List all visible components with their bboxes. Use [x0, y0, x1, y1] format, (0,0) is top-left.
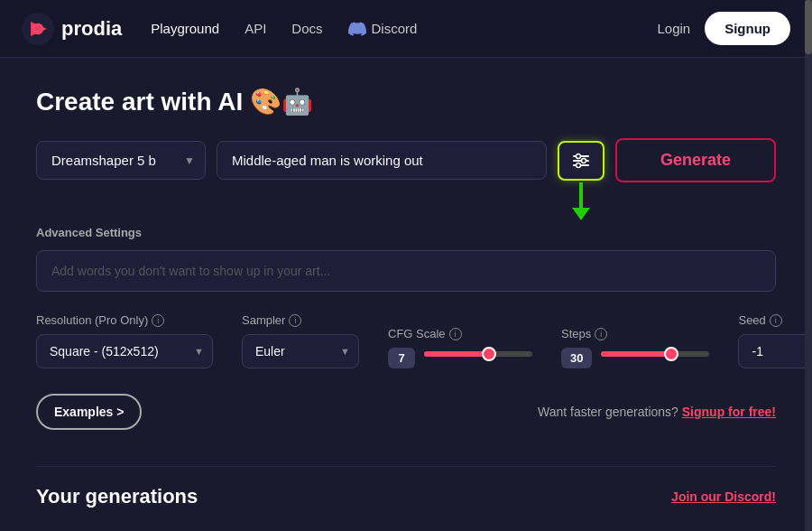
sampler-info-icon[interactable]: i [289, 314, 301, 327]
steps-info-icon[interactable]: i [595, 328, 607, 340]
prodia-logo-icon [22, 13, 54, 45]
steps-group: Steps i 30 [561, 327, 709, 368]
logo[interactable]: prodia [22, 13, 122, 45]
filter-arrow-annotation [572, 182, 590, 220]
generations-title: Your generations [36, 485, 198, 508]
hero-title: Create art with AI 🎨🤖 [36, 87, 776, 116]
nav-discord-label: Discord [372, 21, 418, 36]
resolution-select-wrapper: Square - (512x512) Portrait - (512x768) … [36, 334, 213, 368]
generations-header: Your generations Join our Discord! [36, 466, 776, 508]
seed-input[interactable] [738, 334, 812, 368]
top-row: Dreamshaper 5 b Dreamshaper 6 Stable Dif… [36, 138, 776, 182]
filter-button[interactable] [558, 141, 604, 181]
cfg-info-icon[interactable]: i [449, 328, 462, 340]
faster-text: Want faster generations? Signup for free… [538, 405, 776, 419]
seed-info-icon[interactable]: i [770, 314, 782, 327]
svg-point-7 [581, 158, 586, 163]
examples-button[interactable]: Examples > [36, 394, 142, 430]
cfg-slider-wrapper[interactable] [424, 351, 532, 366]
faster-signup-link[interactable]: Signup for free! [682, 405, 776, 419]
nav-auth: Login Signup [657, 12, 790, 45]
settings-row: Resolution (Pro Only) i Square - (512x51… [36, 313, 776, 368]
model-select[interactable]: Dreamshaper 5 b Dreamshaper 6 Stable Dif… [36, 141, 206, 180]
negative-prompt-input[interactable] [36, 250, 776, 292]
resolution-label: Resolution (Pro Only) i [36, 313, 213, 327]
resolution-select[interactable]: Square - (512x512) Portrait - (512x768) … [36, 334, 213, 368]
steps-slider-wrapper[interactable] [601, 351, 709, 366]
sliders-icon [572, 152, 590, 170]
resolution-info-icon[interactable]: i [152, 314, 164, 327]
resolution-group: Resolution (Pro Only) i Square - (512x51… [36, 313, 213, 368]
steps-label: Steps i [561, 327, 709, 340]
nav-docs[interactable]: Docs [291, 21, 322, 36]
nav-api[interactable]: API [245, 21, 266, 36]
discord-icon [348, 20, 366, 38]
cfg-slider-thumb [482, 347, 496, 361]
seed-group: Seed i [738, 313, 812, 368]
cfg-scale-group: CFG Scale i 7 [388, 327, 532, 368]
cfg-value-badge: 7 [388, 348, 415, 368]
bottom-row: Examples > Want faster generations? Sign… [36, 394, 776, 430]
nav-links: Playground API Docs Discord [151, 20, 657, 38]
cfg-slider-track [424, 351, 532, 357]
filter-button-wrapper [558, 141, 604, 181]
sampler-select[interactable]: Euler Euler a DPM++ [242, 334, 359, 368]
prompt-input[interactable] [217, 141, 547, 180]
nav-playground[interactable]: Playground [151, 21, 219, 36]
cfg-scale-label: CFG Scale i [388, 327, 532, 340]
advanced-settings-label: Advanced Settings [36, 226, 776, 239]
sampler-group: Sampler i Euler Euler a DPM++ ▼ [242, 313, 359, 368]
generate-button[interactable]: Generate [615, 138, 776, 182]
steps-slider-row: 30 [561, 348, 709, 368]
signup-button[interactable]: Signup [705, 12, 790, 45]
steps-slider-thumb [664, 347, 678, 361]
join-discord-link[interactable]: Join our Discord! [671, 489, 776, 504]
seed-label: Seed i [738, 313, 812, 327]
sampler-label: Sampler i [242, 313, 359, 327]
svg-point-8 [576, 163, 580, 167]
steps-slider-track [601, 351, 709, 357]
login-button[interactable]: Login [657, 21, 690, 36]
cfg-slider-row: 7 [388, 348, 532, 368]
scrollbar-track [805, 0, 812, 531]
logo-text: prodia [61, 17, 122, 41]
model-selector-wrapper: Dreamshaper 5 b Dreamshaper 6 Stable Dif… [36, 141, 206, 180]
sampler-select-wrapper: Euler Euler a DPM++ ▼ [242, 334, 359, 368]
steps-value-badge: 30 [561, 348, 592, 368]
scrollbar-thumb[interactable] [805, 0, 812, 54]
svg-point-6 [576, 154, 580, 158]
nav-discord[interactable]: Discord [348, 20, 418, 38]
